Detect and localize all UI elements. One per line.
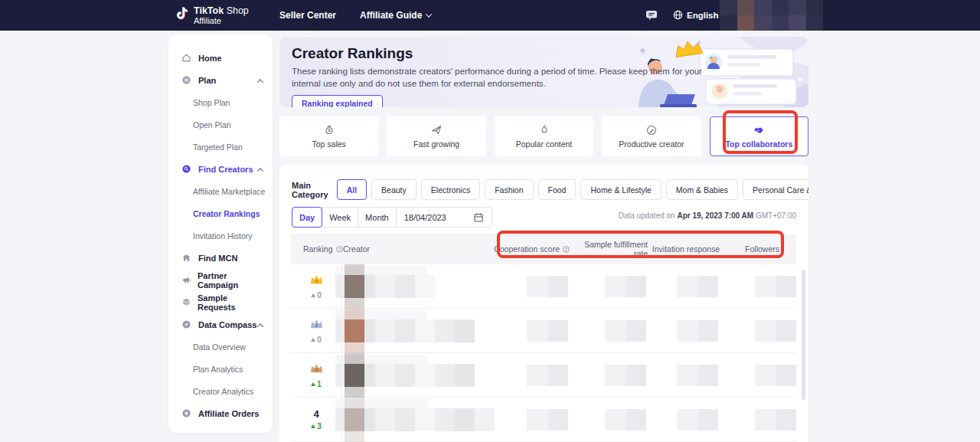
crown-gold-icon: 1: [309, 273, 324, 289]
ranking-tab-productive-creator[interactable]: Productive creator: [602, 116, 701, 156]
category-filter-row: Main Category AllBeautyElectronicsFashio…: [292, 179, 808, 200]
logo-brand-bold: TikTok: [194, 5, 224, 16]
user-profile-blurred[interactable]: [720, 0, 823, 31]
compass-icon: [181, 319, 192, 330]
blurred-pixel-block: [605, 276, 626, 297]
category-chip-fashion[interactable]: Fashion: [485, 179, 533, 200]
category-chip-mom-babies[interactable]: Mom & Babies: [666, 179, 738, 200]
updated-timezone: GMT+07:00: [753, 211, 796, 220]
sidebar-item-partner-campaign[interactable]: Partner Campaign: [168, 269, 273, 291]
blurred-pixel-block: [605, 409, 626, 431]
column-header-followers: Followers: [720, 244, 796, 254]
sidebar-item-plan-analytics[interactable]: Plan Analytics: [168, 358, 273, 380]
category-chip-personal-care-health[interactable]: Personal Care & Health: [743, 179, 808, 200]
main-category-label: Main Category: [292, 181, 328, 199]
blurred-pixel-block: [677, 320, 698, 342]
svg-text:3: 3: [315, 367, 318, 372]
info-icon[interactable]: ?: [563, 246, 570, 253]
ranking-tab-top-sales[interactable]: $Top sales: [279, 116, 378, 156]
sidebar-item-affiliate-marketplace[interactable]: Affiliate Marketplace: [168, 180, 273, 202]
sidebar-item-open-plan[interactable]: Open Plan: [168, 113, 273, 136]
rankings-panel: Main Category AllBeautyElectronicsFashio…: [279, 165, 808, 442]
sidebar-item-find-mcn[interactable]: Find MCN: [168, 247, 273, 269]
sidebar-item-affiliate-orders[interactable]: Affiliate Orders: [168, 402, 273, 424]
blurred-pixel-block: [755, 409, 776, 431]
blurred-pixel-block: [375, 275, 395, 298]
orders-icon: [181, 408, 192, 419]
blurred-pixel-block: [435, 364, 455, 387]
blur-pixel: [720, 15, 737, 31]
blur-pixel: [737, 0, 755, 15]
category-chip-home-lifestyle[interactable]: Home & Lifestyle: [580, 179, 661, 200]
blurred-pixel-block: [698, 276, 718, 297]
period-tab-week[interactable]: Week: [322, 207, 358, 228]
sidebar-item-invitation-history[interactable]: Invitation History: [168, 224, 273, 247]
updated-datetime: Apr 19, 2023 7:00 AM: [677, 211, 753, 220]
sidebar-item-label: Find MCN: [198, 254, 237, 263]
column-header-label: Ranking: [303, 244, 333, 254]
blurred-pixel-block: [527, 365, 548, 386]
rocket-icon: [430, 124, 443, 136]
blurred-pixel-block: [415, 275, 435, 298]
blurred-pixel-block: [776, 320, 796, 342]
ranking-tab-top-collaborators[interactable]: Top collaborators: [710, 116, 808, 156]
sidebar-item-plan[interactable]: Plan: [168, 69, 273, 91]
ranking-tab-label: Popular content: [516, 139, 573, 149]
period-tab-month[interactable]: Month: [358, 207, 397, 228]
page-description: These ranking lists demonstrate creators…: [292, 65, 720, 90]
blurred-pixel-block: [345, 387, 364, 398]
blurred-pixel-block: [345, 353, 364, 364]
column-header-label: Followers: [745, 244, 779, 254]
blurred-pixel-block: [626, 276, 646, 297]
table-row-rank-3: 31: [291, 353, 796, 398]
blurred-pixel-block: [415, 364, 435, 387]
ranking-tab-popular-content[interactable]: Popular content: [495, 116, 593, 156]
rankings-table: Ranking?CreatorCooperation score?Sample …: [291, 234, 796, 442]
sidebar-item-creator-rankings[interactable]: Creator Rankings: [168, 202, 273, 224]
sidebar-item-creator-analytics[interactable]: Creator Analytics: [168, 380, 273, 402]
chat-icon[interactable]: [645, 10, 658, 24]
sidebar-item-home[interactable]: Home: [168, 47, 273, 69]
blurred-pixel-block: [345, 309, 364, 319]
sidebar-item-targeted-plan[interactable]: Targeted Plan: [168, 136, 273, 158]
sidebar-item-data-overview[interactable]: Data Overview: [168, 336, 273, 358]
blurred-pixel-block: [548, 276, 568, 297]
blurred-pixel-block: [548, 320, 568, 342]
category-chip-food[interactable]: Food: [538, 179, 577, 200]
sidebar-item-find-creators[interactable]: Find Creators: [168, 158, 273, 180]
sidebar-item-sample-requests[interactable]: Sample Requests: [168, 291, 273, 313]
category-chip-beauty[interactable]: Beauty: [371, 179, 416, 200]
blur-pixel: [789, 0, 806, 15]
category-chip-electronics[interactable]: Electronics: [421, 179, 480, 200]
ranking-tab-fast-growing[interactable]: Fast growing: [387, 116, 485, 156]
blurred-pixel-block: [375, 408, 395, 431]
blurred-pixel-block: [455, 319, 475, 342]
sidebar-item-data-compass[interactable]: Data Compass: [168, 313, 273, 336]
tiktok-shop-affiliate-logo[interactable]: TikTok Shop Affiliate: [175, 5, 249, 26]
sidebar-item-label: Find Creators: [198, 165, 253, 174]
category-chip-all[interactable]: All: [337, 179, 367, 200]
nav-affiliate-guide[interactable]: Affiliate Guide: [360, 0, 431, 31]
language-selector[interactable]: English: [673, 0, 727, 31]
sidebar-item-shop-plan[interactable]: Shop Plan: [168, 91, 273, 113]
mcn-icon: [181, 253, 192, 264]
blurred-pixel-block: [677, 409, 698, 431]
sidebar-item-label: Plan: [198, 76, 216, 85]
blurred-pixel-block: [455, 364, 475, 387]
blurred-pixel-block: [755, 365, 776, 386]
blurred-pixel-block: [605, 365, 626, 386]
triangle-up-icon: [311, 424, 315, 428]
ranking-explained-button[interactable]: Ranking explained: [292, 95, 383, 107]
ranking-tab-label: Top collaborators: [725, 139, 792, 149]
period-tab-day[interactable]: Day: [292, 207, 322, 228]
table-scrollbar[interactable]: [802, 270, 805, 400]
blurred-pixel-block: [415, 408, 435, 431]
date-picker[interactable]: 18/04/2023: [396, 207, 492, 228]
blurred-pixel-block: [395, 408, 415, 431]
calendar-icon: [473, 212, 484, 223]
blurred-pixel-block: [527, 276, 548, 297]
blurred-pixel-block: [527, 409, 548, 431]
nav-seller-center[interactable]: Seller Center: [279, 0, 336, 31]
blur-pixel: [806, 15, 824, 31]
box-icon: [181, 297, 191, 308]
